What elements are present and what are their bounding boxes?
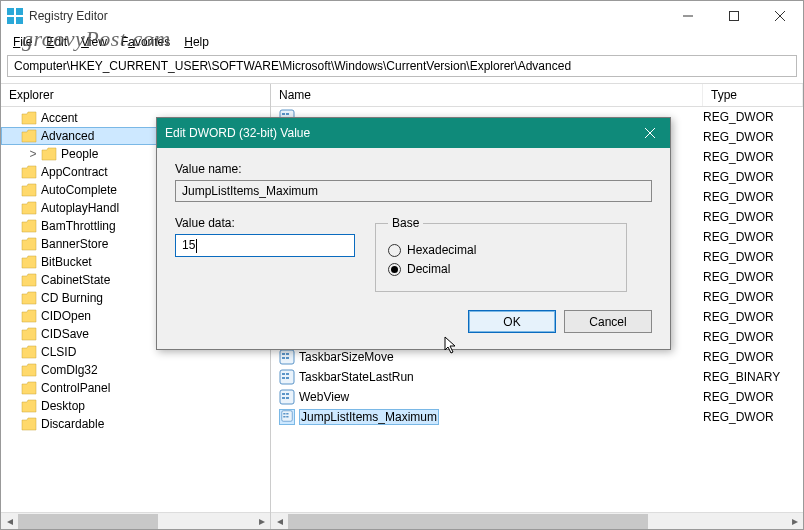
titlebar: Registry Editor (1, 1, 803, 31)
registry-editor-icon (7, 8, 23, 24)
radio-icon (388, 263, 401, 276)
value-name-label: Value name: (175, 162, 652, 176)
list-row[interactable]: TaskbarSizeMoveREG_DWOR (271, 347, 803, 367)
scroll-thumb[interactable] (18, 514, 158, 529)
folder-icon (21, 345, 37, 359)
list-row[interactable]: WebViewREG_DWOR (271, 387, 803, 407)
dialog-close-button[interactable] (630, 118, 670, 148)
base-hex-radio[interactable]: Hexadecimal (388, 243, 614, 257)
value-type: REG_DWOR (703, 130, 803, 144)
svg-rect-2 (7, 17, 14, 24)
value-type: REG_DWOR (703, 310, 803, 324)
ok-button[interactable]: OK (468, 310, 556, 333)
menu-file[interactable]: File (7, 33, 38, 51)
scroll-right-icon[interactable]: ▸ (786, 513, 803, 530)
registry-value-icon (279, 349, 295, 365)
value-type: REG_DWOR (703, 350, 803, 364)
tree-item-label: Desktop (41, 399, 85, 413)
svg-rect-10 (286, 113, 289, 115)
expander-icon[interactable]: > (27, 147, 39, 161)
folder-icon (21, 219, 37, 233)
window-controls (665, 1, 803, 31)
svg-rect-3 (16, 17, 23, 24)
list-header: Name Type (271, 84, 803, 107)
tree-item-label: BannerStore (41, 237, 108, 251)
tree-item-label: ComDlg32 (41, 363, 98, 377)
tree-item-label: People (61, 147, 98, 161)
scroll-left-icon[interactable]: ◂ (271, 513, 288, 530)
value-type: REG_DWOR (703, 210, 803, 224)
svg-rect-76 (282, 377, 285, 379)
value-type: REG_DWOR (703, 390, 803, 404)
tree-item-label: AutoComplete (41, 183, 117, 197)
folder-icon (21, 417, 37, 431)
menu-edit[interactable]: Edit (40, 33, 73, 51)
column-type[interactable]: Type (703, 84, 803, 106)
value-type: REG_DWOR (703, 190, 803, 204)
folder-icon (21, 381, 37, 395)
list-row[interactable]: JumpListItems_MaximumREG_DWOR (271, 407, 803, 427)
value-type: REG_DWOR (703, 410, 803, 424)
minimize-button[interactable] (665, 1, 711, 31)
tree-header[interactable]: Explorer (1, 84, 270, 107)
tree-scrollbar[interactable]: ◂ ▸ (1, 512, 270, 529)
scroll-left-icon[interactable]: ◂ (1, 513, 18, 530)
value-data-input[interactable]: 15 (175, 234, 355, 257)
base-legend: Base (388, 216, 423, 230)
svg-rect-87 (286, 416, 288, 418)
tree-item-label: CD Burning (41, 291, 103, 305)
tree-item-label: Accent (41, 111, 78, 125)
svg-rect-9 (282, 113, 285, 115)
base-fieldset: Base Hexadecimal Decimal (375, 216, 627, 292)
svg-rect-5 (730, 12, 739, 21)
svg-rect-86 (283, 416, 285, 418)
folder-icon (21, 129, 37, 143)
value-name-field[interactable]: JumpListItems_Maximum (175, 180, 652, 202)
scroll-thumb[interactable] (288, 514, 648, 529)
close-button[interactable] (757, 1, 803, 31)
tree-item-label: AppContract (41, 165, 108, 179)
address-bar[interactable]: Computer\HKEY_CURRENT_USER\SOFTWARE\Micr… (7, 55, 797, 77)
cancel-button[interactable]: Cancel (564, 310, 652, 333)
tree-item[interactable]: ControlPanel (1, 379, 270, 397)
svg-rect-80 (286, 393, 289, 395)
tree-item[interactable]: Discardable (1, 415, 270, 433)
menu-favorites[interactable]: Favorites (115, 33, 176, 51)
list-scrollbar[interactable]: ◂ ▸ (271, 512, 803, 529)
radio-icon (388, 244, 401, 257)
value-type: REG_DWOR (703, 230, 803, 244)
value-type: REG_DWOR (703, 170, 803, 184)
tree-item-label: Discardable (41, 417, 104, 431)
tree-item-label: Advanced (41, 129, 94, 143)
folder-icon (21, 237, 37, 251)
svg-rect-84 (283, 413, 285, 415)
folder-icon (21, 165, 37, 179)
base-decimal-radio[interactable]: Decimal (388, 262, 614, 276)
scroll-right-icon[interactable]: ▸ (253, 513, 270, 530)
menu-help[interactable]: Help (178, 33, 215, 51)
value-type: REG_DWOR (703, 150, 803, 164)
tree-item-label: BitBucket (41, 255, 92, 269)
maximize-button[interactable] (711, 1, 757, 31)
folder-icon (21, 363, 37, 377)
menu-view[interactable]: View (75, 33, 113, 51)
svg-rect-79 (282, 393, 285, 395)
svg-rect-72 (286, 357, 289, 359)
svg-rect-81 (282, 397, 285, 399)
value-name: TaskbarStateLastRun (299, 370, 414, 384)
value-name: JumpListItems_Maximum (299, 409, 439, 425)
value-name: WebView (299, 390, 349, 404)
dialog-titlebar[interactable]: Edit DWORD (32-bit) Value (157, 118, 670, 148)
tree-item[interactable]: ComDlg32 (1, 361, 270, 379)
tree-item[interactable]: Desktop (1, 397, 270, 415)
value-name: TaskbarSizeMove (299, 350, 394, 364)
list-row[interactable]: TaskbarStateLastRunREG_BINARY (271, 367, 803, 387)
column-name[interactable]: Name (271, 84, 703, 106)
svg-rect-1 (16, 8, 23, 15)
value-type: REG_DWOR (703, 250, 803, 264)
folder-icon (21, 309, 37, 323)
app-title: Registry Editor (29, 9, 665, 23)
value-type: REG_BINARY (703, 370, 803, 384)
radio-label: Hexadecimal (407, 243, 476, 257)
value-type: REG_DWOR (703, 270, 803, 284)
